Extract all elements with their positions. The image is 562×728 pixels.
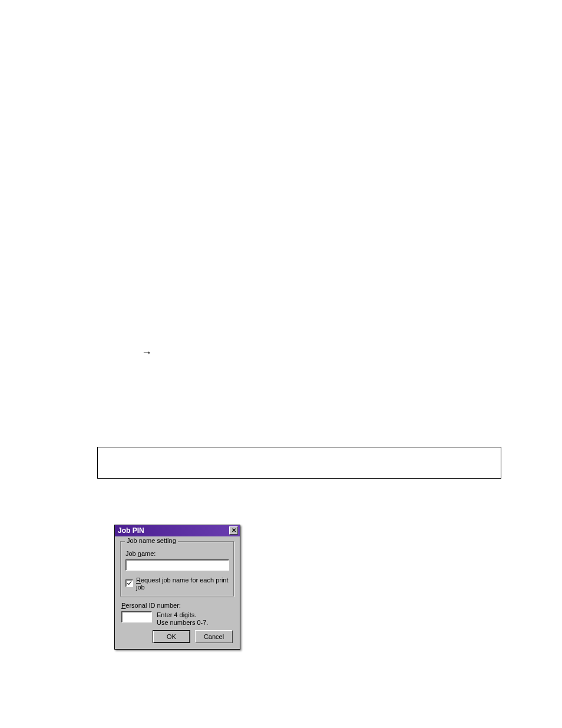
arrow-glyph: → [141,347,152,359]
pin-input[interactable] [121,611,152,622]
dialog-buttons: OK Cancel [120,627,234,643]
label-part: ame: [141,550,156,557]
label-accel: R [136,577,141,584]
job-name-input[interactable] [125,559,229,571]
groupbox-legend: Job name setting [125,537,178,544]
job-pin-dialog: Job PIN ✕ Job name setting Job name: Req… [114,525,240,650]
close-button[interactable]: ✕ [229,526,238,535]
dialog-body: Job name setting Job name: Request job n… [115,536,240,649]
pin-label: Personal ID number: [121,602,233,609]
pin-row: Enter 4 digits. Use numbers 0-7. [121,611,233,627]
dialog-title: Job PIN [118,526,144,535]
empty-frame [97,447,501,479]
cancel-button[interactable]: Cancel [195,630,233,643]
job-name-label: Job name: [125,550,229,557]
pin-hint-line: Enter 4 digits. [157,611,208,619]
request-job-name-label: Request job name for each print job [136,577,229,591]
pin-hint-line: Use numbers 0-7. [157,619,208,627]
dialog-titlebar[interactable]: Job PIN ✕ [115,525,240,536]
request-job-name-row[interactable]: Request job name for each print job [125,577,229,591]
pin-section: Personal ID number: Enter 4 digits. Use … [120,602,234,627]
label-part: equest job name for each print job [136,577,229,591]
close-icon: ✕ [232,527,236,533]
label-part: Job [125,550,138,557]
request-job-name-checkbox[interactable] [125,579,133,587]
label-part: ersonal ID number: [125,602,181,609]
pin-hint: Enter 4 digits. Use numbers 0-7. [157,611,208,627]
job-name-groupbox: Job name setting Job name: Request job n… [120,541,234,597]
ok-button[interactable]: OK [153,630,190,643]
